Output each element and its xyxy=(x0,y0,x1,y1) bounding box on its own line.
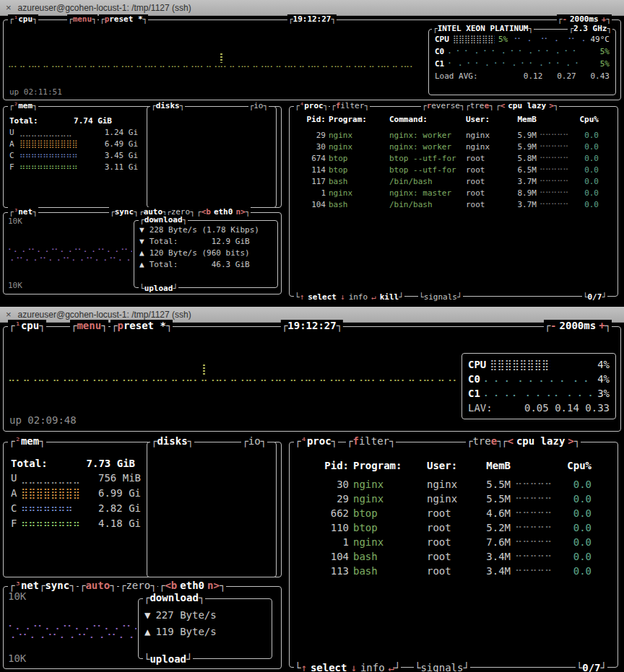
tree-button[interactable]: tree xyxy=(464,101,495,110)
process-row[interactable]: 110 btop root 5.2M 0.0 xyxy=(294,520,602,535)
net-sync-button[interactable]: sync xyxy=(38,580,77,592)
program-cell: bash xyxy=(329,176,386,188)
net-box-toggle[interactable]: ³net xyxy=(8,207,38,217)
close-icon[interactable]: × xyxy=(6,2,12,13)
net-stat-row: ▼228 Byte/s (1.78 Kibps) xyxy=(139,224,272,236)
prev-interface-button[interactable]: <b xyxy=(165,580,177,592)
process-row[interactable]: 674 btop btop --utf-for root 5.8M 0.0 xyxy=(294,153,602,165)
up-arrow-icon[interactable]: ↑ xyxy=(300,292,305,302)
process-row[interactable]: 117 bash /bin/bash root 3.7M 0.0 xyxy=(294,176,602,188)
mem-box-toggle[interactable]: ²mem xyxy=(8,435,46,448)
temp-graph: ⠐⠂ ⠄ ⠐⠂ ⠄ ⠐⠂ ⠄ ⠐⠂ ⠄ xyxy=(511,34,586,45)
process-row[interactable]: 104 bash /bin/bash root 3.7M 0.0 xyxy=(294,199,602,211)
download-label: download xyxy=(139,215,188,224)
sort-prev-button[interactable]: < xyxy=(500,101,506,110)
mem-total-row: Total:7.73 GiB xyxy=(11,457,135,471)
kill-button[interactable]: kill xyxy=(380,292,399,302)
proc-box: ⁴proc filter tree <cpu lazy> Pid: Progra… xyxy=(289,442,618,668)
proc-keys-hint[interactable]: ↑select↓info↵ xyxy=(294,662,401,672)
cpu-box: ¹cpu menu preset * 19:12:27 -2000ms+ ⠒⠂⠒… xyxy=(3,19,621,100)
proc-box-toggle[interactable]: ⁴proc xyxy=(294,101,329,110)
down-arrow-icon[interactable]: ↓ xyxy=(350,662,356,672)
mem-cell: 5.8M xyxy=(506,153,537,165)
net-zero-button[interactable]: zero xyxy=(119,580,157,592)
close-icon[interactable]: × xyxy=(6,309,12,320)
process-row[interactable]: 29 nginx nginx 5.5M 0.0 xyxy=(294,492,602,506)
sort-next-button[interactable]: > xyxy=(568,435,573,448)
up-arrow-icon[interactable]: ↑ xyxy=(300,662,306,672)
enter-icon[interactable]: ↵ xyxy=(389,662,394,672)
signals-button[interactable]: signals xyxy=(418,292,463,302)
io-mode-button[interactable]: io xyxy=(248,101,269,110)
mem-cell: 5.9M xyxy=(506,130,537,141)
net-interface-switcher[interactable]: <beth0n> xyxy=(196,207,251,217)
process-row[interactable]: 30 nginx nginx 5.5M 0.0 xyxy=(294,477,602,492)
sort-selector[interactable]: <cpu lazy> xyxy=(500,435,581,448)
update-interval-control[interactable]: -2000ms+ xyxy=(557,14,612,24)
cpu-box-toggle[interactable]: ¹cpu xyxy=(8,14,38,24)
disks-box-toggle[interactable]: disks xyxy=(150,101,185,110)
reverse-button[interactable]: reverse xyxy=(421,101,466,110)
process-row[interactable]: 114 btop btop --utf-for root 6.5M 0.0 xyxy=(294,165,602,176)
proc-mem-graph xyxy=(540,141,570,153)
process-row[interactable]: 29 nginx nginx: worker nginx 5.9M 0.0 xyxy=(294,130,602,141)
net-auto-button[interactable]: auto xyxy=(79,580,117,592)
interval-decrease-button[interactable]: - xyxy=(550,320,556,332)
cpu-graph: ⠒⠂⠒⠐⠒⠂⠒⠐⠒⠂⠒⠐⠒⠂⠒⠐⠒⠂⠒⠐⠒⠂⠒⠐⠒⠂⠒⠐⠒⠂⠒⠐⠒⠂⠒⠐⠒⠂⠒⠐… xyxy=(8,62,412,73)
mem-available-meter: ⣿⣿⣿⣿⣿⣿⣿⣿⣿⣿ xyxy=(20,139,105,149)
process-row[interactable]: 662 btop root 4.6M 0.0 xyxy=(294,506,602,520)
clock: 19:12:27 xyxy=(281,320,343,332)
mem-cell: 6.5M xyxy=(506,165,537,176)
preset-button[interactable]: preset * xyxy=(99,14,148,24)
filter-button[interactable]: filter xyxy=(330,101,370,110)
process-row[interactable]: 1 nginx root 7.6M 0.0 xyxy=(294,535,602,549)
mem-box-toggle[interactable]: ²mem xyxy=(8,101,38,110)
sort-selector[interactable]: <cpu lazy> xyxy=(495,101,559,110)
signals-button[interactable]: signals xyxy=(414,662,470,672)
disks-box-toggle[interactable]: disks xyxy=(150,435,194,448)
window-title: azureuser@gcohen-locust-1: /tmp/1127 (ss… xyxy=(18,3,191,13)
preset-button[interactable]: preset * xyxy=(110,320,173,332)
mem-cached-meter: ⠶⠶⠶⠶⠶⠶⠶ xyxy=(21,502,98,515)
sort-next-button[interactable]: > xyxy=(549,101,554,110)
tree-button[interactable]: tree xyxy=(466,435,504,448)
mem-free-meter: ⠶⠶⠶⠶⠶⠶⠶⠶ xyxy=(21,517,98,531)
process-row[interactable]: 1 nginx nginx: master root 8.9M 0.0 xyxy=(294,188,602,199)
mem-cell: 5.2M xyxy=(474,520,511,535)
pid-cell: 1 xyxy=(294,535,349,549)
pid-cell: 30 xyxy=(294,477,349,492)
process-row[interactable]: 113 bash root 3.4M 0.0 xyxy=(294,564,602,578)
interval-increase-button[interactable]: + xyxy=(599,320,604,332)
command-cell: nginx: worker xyxy=(389,130,463,141)
menu-button[interactable]: menu xyxy=(67,14,98,24)
interval-increase-button[interactable]: + xyxy=(602,14,607,24)
load-avg-values: 0.12 0.27 0.43 xyxy=(524,71,610,82)
filter-button[interactable]: filter xyxy=(346,435,396,448)
process-row[interactable]: 30 nginx nginx: worker nginx 5.9M 0.0 xyxy=(294,141,602,153)
mem-cached-row: C⠶⠶⠶⠶⠶⠶⠶⠶⠶⠶3.45 Gi xyxy=(9,149,138,161)
next-interface-button[interactable]: n> xyxy=(235,207,245,217)
interval-decrease-button[interactable]: - xyxy=(562,14,567,24)
load-avg-values: 0.05 0.14 0.33 xyxy=(524,401,610,415)
menu-button[interactable]: menu xyxy=(70,320,108,332)
net-interface-switcher[interactable]: <beth0n> xyxy=(158,580,226,592)
sort-prev-button[interactable]: < xyxy=(507,435,513,448)
pid-cell: 30 xyxy=(294,141,326,153)
proc-box-toggle[interactable]: ⁴proc xyxy=(294,435,338,448)
io-mode-button[interactable]: io xyxy=(241,435,267,448)
process-row[interactable]: 104 bash root 3.4M 0.0 xyxy=(294,549,602,564)
enter-icon[interactable]: ↵ xyxy=(371,292,376,302)
update-interval-control[interactable]: -2000ms+ xyxy=(544,320,612,332)
down-arrow-icon[interactable]: ↓ xyxy=(340,292,345,302)
proc-keys-hint[interactable]: ↑select↓info↵kill xyxy=(294,292,404,302)
net-sync-button[interactable]: sync xyxy=(109,207,139,217)
program-cell: bash xyxy=(329,199,386,211)
cpu-box-toggle[interactable]: ¹cpu xyxy=(8,320,46,332)
prev-interface-button[interactable]: <b xyxy=(202,207,211,217)
user-cell: root xyxy=(466,153,503,165)
window-title: azureuser@gcohen-locust-1: /tmp/1127 (ss… xyxy=(18,310,191,320)
proc-mem-graph xyxy=(515,477,554,492)
next-interface-button[interactable]: n> xyxy=(207,580,220,592)
cpu-temp: 49°C xyxy=(591,34,610,45)
program-cell: bash xyxy=(353,564,422,578)
